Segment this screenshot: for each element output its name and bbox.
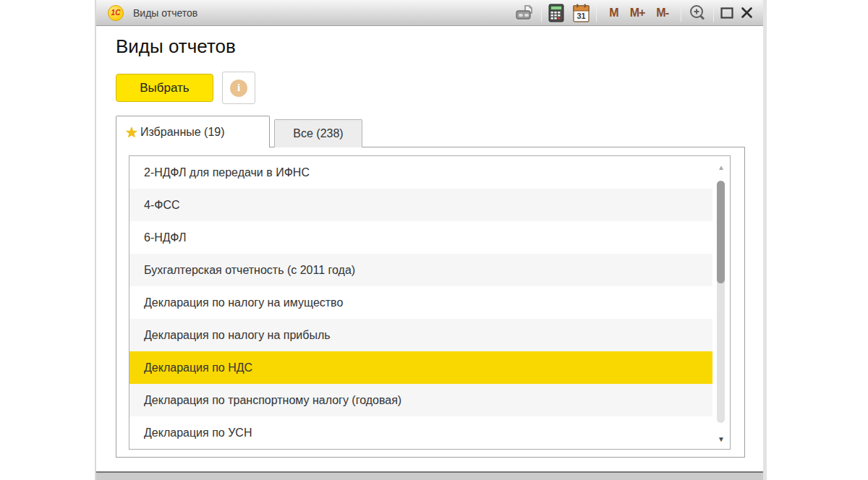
- list-item[interactable]: 6-НДФЛ: [129, 221, 712, 254]
- calendar-icon[interactable]: 31: [573, 4, 590, 22]
- calculator-icon[interactable]: [548, 4, 564, 22]
- list-item[interactable]: Бухгалтерская отчетность (с 2011 года): [129, 254, 712, 286]
- info-button[interactable]: i: [222, 72, 255, 104]
- list-item[interactable]: 4-ФСС: [129, 189, 712, 221]
- scrollbar-thumb[interactable]: [717, 181, 725, 283]
- status-bar: [96, 471, 763, 480]
- printer-icon[interactable]: [514, 4, 535, 22]
- memory-m-minus-button[interactable]: M-: [650, 7, 674, 20]
- report-list: 2-НДФЛ для передачи в ИФНС4-ФСС6-НДФЛБух…: [129, 156, 712, 449]
- scroll-down-icon[interactable]: ▼: [712, 435, 730, 443]
- calendar-day-label: 31: [577, 12, 586, 20]
- window-title: Виды отчетов: [133, 7, 197, 19]
- report-listbox: 2-НДФЛ для передачи в ИФНС4-ФСС6-НДФЛБух…: [129, 155, 731, 450]
- tab-panel: 2-НДФЛ для передачи в ИФНС4-ФСС6-НДФЛБух…: [116, 147, 745, 458]
- select-button[interactable]: Выбрать: [116, 74, 213, 102]
- memory-m-button[interactable]: M: [603, 7, 624, 20]
- list-item[interactable]: Декларация по НДС: [129, 351, 712, 384]
- toolbar-separator: [596, 4, 597, 22]
- title-bar: 1С Виды отчетов: [96, 0, 763, 26]
- toolbar-separator: [713, 4, 714, 22]
- tab-favorites[interactable]: ★ Избранные (19): [116, 116, 270, 147]
- tab-favorites-label: Избранные (19): [140, 126, 225, 139]
- list-item[interactable]: Декларация по налогу на имущество: [129, 286, 712, 319]
- list-item[interactable]: 2-НДФЛ для передачи в ИФНС: [129, 156, 712, 189]
- zoom-in-icon[interactable]: [688, 4, 707, 22]
- toolbar-separator: [681, 4, 681, 22]
- 1c-logo-icon: 1С: [108, 5, 124, 21]
- list-item[interactable]: Декларация по транспортному налогу (годо…: [129, 384, 712, 416]
- star-icon: ★: [125, 124, 138, 141]
- maximize-icon[interactable]: [720, 7, 733, 19]
- scrollbar[interactable]: ▲ ▼: [712, 156, 730, 449]
- window-content: Виды отчетов Выбрать i ★ Избранные (19) …: [96, 26, 763, 471]
- info-icon: i: [230, 80, 247, 97]
- memory-m-plus-button[interactable]: M+: [624, 7, 651, 20]
- list-item[interactable]: Декларация по УСН: [129, 416, 712, 449]
- tab-all-label: Все (238): [293, 127, 343, 140]
- list-item[interactable]: Декларация по налогу на прибыль: [129, 319, 712, 351]
- scroll-up-icon[interactable]: ▲: [712, 163, 730, 171]
- toolbar-separator: [541, 4, 542, 22]
- tab-all[interactable]: Все (238): [274, 119, 362, 147]
- titlebar-toolbar: 31 M M+ M-: [514, 4, 753, 22]
- app-window: 1С Виды отчетов: [95, 0, 767, 480]
- page-title: Виды отчетов: [116, 35, 236, 58]
- close-icon[interactable]: [733, 7, 753, 19]
